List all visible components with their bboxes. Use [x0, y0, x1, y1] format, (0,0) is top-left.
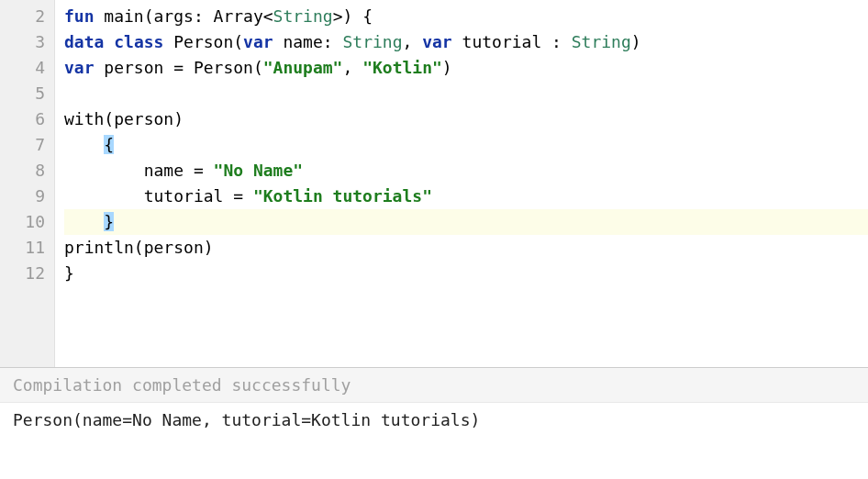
code-text: tutorial = — [64, 186, 253, 206]
type-string: String — [572, 32, 631, 51]
string-literal: "Anupam" — [263, 58, 343, 77]
code-text: with(person) — [64, 109, 184, 128]
line-number: 3 — [13, 29, 45, 55]
code-editor[interactable]: fun main(args: Array<String>) { data cla… — [55, 0, 868, 367]
line-number: 11 — [13, 235, 45, 261]
code-line-highlighted[interactable]: } — [64, 209, 868, 235]
keyword-fun: fun — [64, 6, 95, 26]
code-text — [64, 135, 104, 154]
line-number: 4 — [13, 55, 45, 81]
code-line[interactable]: with(person) — [64, 106, 868, 132]
editor-area: 2 3 4 5 6 7 8 9 10 11 12 fun main(args: … — [0, 0, 868, 367]
line-number: 8 — [13, 158, 45, 184]
line-number-gutter: 2 3 4 5 6 7 8 9 10 11 12 — [0, 0, 55, 367]
code-line[interactable]: tutorial = "Kotlin tutorials" — [64, 184, 868, 209]
keyword-data: data — [64, 32, 104, 51]
line-number: 5 — [13, 81, 45, 106]
code-text — [64, 212, 104, 231]
brace-open: { — [104, 135, 114, 154]
string-literal: "Kotlin" — [362, 58, 442, 77]
console-area: Compilation completed successfully Perso… — [0, 367, 868, 437]
type-string: String — [273, 6, 333, 26]
code-line[interactable]: } — [64, 261, 868, 286]
brace-close: } — [104, 212, 114, 231]
code-line[interactable]: var person = Person("Anupam", "Kotlin") — [64, 55, 868, 81]
line-number: 9 — [13, 184, 45, 209]
code-line[interactable]: { — [64, 132, 868, 158]
code-text: name: — [273, 32, 343, 51]
line-number: 7 — [13, 132, 45, 158]
code-line[interactable]: fun main(args: Array<String>) { — [64, 4, 868, 29]
code-text: main(args: Array< — [95, 6, 273, 26]
program-output: Person(name=No Name, tutorial=Kotlin tut… — [0, 403, 868, 437]
keyword-var: var — [243, 32, 273, 51]
code-text: , — [403, 32, 423, 51]
code-text: ) — [442, 58, 452, 77]
code-line[interactable] — [64, 81, 868, 106]
code-line[interactable]: name = "No Name" — [64, 158, 868, 184]
code-text: name = — [64, 161, 214, 180]
code-line[interactable]: data class Person(var name: String, var … — [64, 29, 868, 55]
code-text: >) { — [333, 6, 373, 26]
string-literal: "Kotlin tutorials" — [253, 186, 432, 206]
code-text: ) — [631, 32, 641, 51]
string-literal: "No Name" — [214, 161, 304, 180]
code-text: , — [342, 58, 362, 77]
code-text: tutorial : — [452, 32, 572, 51]
keyword-var: var — [422, 32, 452, 51]
keyword-class: class — [114, 32, 163, 51]
code-text: } — [64, 263, 74, 283]
line-number: 6 — [13, 106, 45, 132]
keyword-var: var — [64, 58, 95, 77]
line-number: 12 — [13, 261, 45, 286]
line-number: 10 — [13, 209, 45, 235]
code-line[interactable]: println(person) — [64, 235, 868, 261]
code-text: Person( — [163, 32, 243, 51]
compilation-status: Compilation completed successfully — [0, 368, 868, 403]
code-text — [104, 32, 114, 51]
line-number: 2 — [13, 4, 45, 29]
code-text: person = Person( — [95, 58, 263, 77]
code-text: println(person) — [64, 238, 214, 257]
type-string: String — [342, 32, 402, 51]
